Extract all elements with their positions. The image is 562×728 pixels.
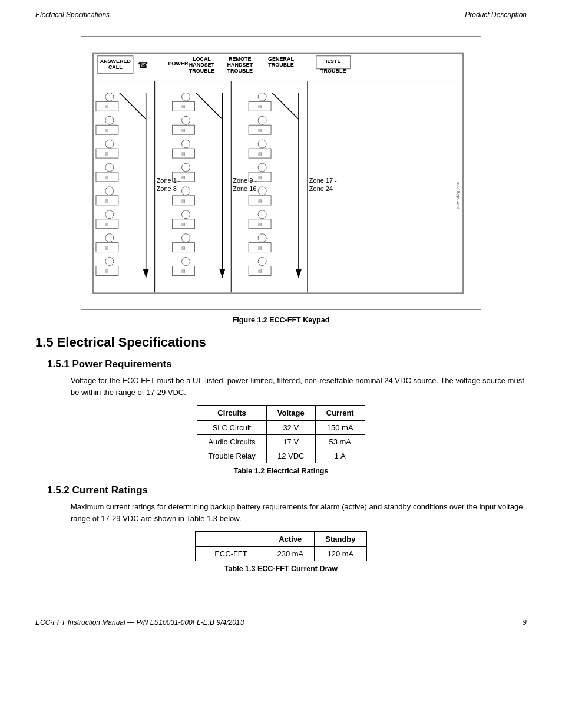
svg-text:ANSWERED: ANSWERED [100,58,131,64]
svg-point-94 [258,187,266,195]
keypad-diagram: ANSWERED CALL ☎ POWER LOCAL HANDSET TROU… [87,42,475,302]
voltage-value: 12 VDC [266,449,315,463]
svg-text:▤: ▤ [258,104,262,108]
svg-point-100 [258,234,266,242]
svg-point-59 [182,116,190,124]
page-header: Electrical Specifications Product Descri… [0,0,562,24]
svg-text:Zone 16: Zone 16 [233,185,256,192]
svg-text:eccfftkypd.wmf: eccfftkypd.wmf [456,182,461,209]
current-value: 53 mA [315,435,365,449]
svg-rect-19 [93,54,463,294]
header-left: Electrical Specifications [35,11,110,19]
col-header-voltage: Voltage [266,406,315,421]
svg-text:▤: ▤ [105,128,109,132]
svg-text:Zone 24: Zone 24 [309,185,333,192]
page-content: ANSWERED CALL ☎ POWER LOCAL HANDSET TROU… [0,24,562,594]
svg-point-103 [258,258,266,266]
circuit-name: SLC Circuit [197,421,266,435]
section-151-title: 1.5.1 Power Requirements [35,358,527,370]
section-152-body: Maximum current ratings for determining … [35,501,527,524]
svg-text:▤: ▤ [181,104,186,108]
svg-point-42 [105,187,114,195]
circuit-name: Audio Circuits [197,435,266,449]
svg-text:TROUBLE: TROUBLE [189,68,214,74]
svg-point-30 [105,93,114,101]
svg-text:HANDSET: HANDSET [189,62,215,68]
table-12-caption: Table 1.2 Electrical Ratings [35,467,527,475]
svg-text:▤: ▤ [181,246,186,250]
current-value: 150 mA [315,421,365,435]
svg-point-82 [258,93,266,101]
svg-point-36 [105,140,114,148]
header-right: Product Description [465,11,527,19]
col-header-current: Current [315,406,365,421]
svg-text:▤: ▤ [105,175,109,179]
svg-point-33 [105,116,114,124]
voltage-value: 17 V [266,435,315,449]
svg-text:▤: ▤ [105,199,109,203]
figure-caption: Figure 1.2 ECC-FFT Keypad [35,316,527,324]
table-electrical-ratings: Circuits Voltage Current SLC Circuit 32 … [197,405,365,463]
svg-point-74 [182,234,190,242]
svg-text:CALL: CALL [108,64,123,70]
circuit-name: Trouble Relay [197,449,266,463]
svg-line-23 [120,93,146,119]
svg-point-85 [258,116,266,124]
col-header-active: Active [266,532,315,547]
svg-text:POWER: POWER [168,61,189,67]
svg-text:▤: ▤ [258,269,262,273]
svg-point-56 [182,93,190,101]
svg-point-45 [105,210,114,219]
svg-point-71 [182,210,190,219]
section-152-title: 1.5.2 Current Ratings [35,485,527,496]
current-value: 1 A [315,449,365,463]
svg-point-39 [105,163,114,172]
svg-text:Zone 17 -: Zone 17 - [309,177,337,184]
table-row: SLC Circuit 32 V 150 mA [197,421,365,435]
svg-point-91 [258,163,266,172]
svg-text:▤: ▤ [181,199,186,203]
svg-text:▤: ▤ [105,151,109,156]
svg-text:▤: ▤ [258,151,262,156]
svg-line-26 [196,93,222,119]
svg-text:▤: ▤ [105,269,109,273]
svg-text:ILSTE: ILSTE [326,58,340,64]
svg-text:REMOTE: REMOTE [229,56,251,62]
svg-point-48 [105,234,114,242]
svg-text:HANDSET: HANDSET [227,62,253,68]
svg-text:▤: ▤ [105,104,109,108]
svg-point-65 [182,163,190,172]
active-value: 230 mA [266,547,315,561]
svg-text:▤: ▤ [258,246,262,250]
table-row: Audio Circuits 17 V 53 mA [197,435,365,449]
table-13-caption: Table 1.3 ECC-FFT Current Draw [35,565,527,573]
svg-text:▤: ▤ [105,222,109,226]
footer-right: 9 [523,618,527,627]
col-header-circuits: Circuits [197,406,266,421]
svg-text:▤: ▤ [181,151,186,156]
col-header-device [196,532,266,547]
svg-point-77 [182,258,190,266]
svg-text:☎: ☎ [138,60,148,70]
col-header-standby: Standby [315,532,366,547]
svg-point-97 [258,210,266,219]
standby-value: 120 mA [315,547,366,561]
svg-text:Zone 1 -: Zone 1 - [157,177,181,184]
svg-text:TROUBLE: TROUBLE [268,62,293,68]
svg-point-68 [182,187,190,195]
voltage-value: 32 V [266,421,315,435]
table-row: ECC-FFT 230 mA 120 mA [196,547,366,561]
svg-marker-22 [143,269,149,278]
svg-text:▤: ▤ [181,128,186,132]
table-current-draw: Active Standby ECC-FFT 230 mA 120 mA [195,531,366,561]
table-row: Trouble Relay 12 VDC 1 A [197,449,365,463]
section-15-title: 1.5 Electrical Specifications [35,335,527,350]
svg-text:GENERAL: GENERAL [268,56,294,62]
svg-point-51 [105,258,114,266]
svg-point-62 [182,140,190,148]
svg-text:Zone 8: Zone 8 [157,185,177,192]
svg-text:▤: ▤ [181,269,186,273]
svg-text:▤: ▤ [181,222,186,226]
svg-text:Zone 9 -: Zone 9 - [233,177,257,184]
svg-text:TROUBLE: TROUBLE [320,68,346,74]
